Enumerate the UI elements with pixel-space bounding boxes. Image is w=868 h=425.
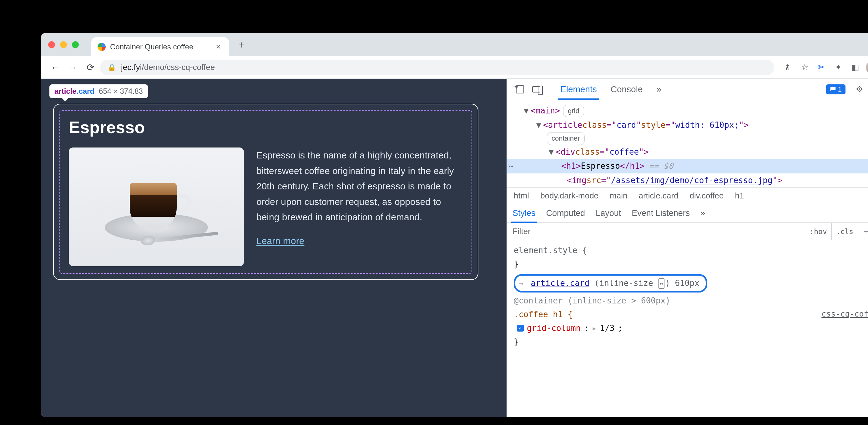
tab-strip: Container Queries coffee ✕ ＋ ⌄ (41, 33, 868, 56)
scissors-icon[interactable]: ✂ (814, 60, 829, 75)
browser-window: Container Queries coffee ✕ ＋ ⌄ ← → ⟳ 🔒 j… (41, 33, 868, 417)
cls-toggle[interactable]: .cls (831, 223, 858, 240)
browser-tab[interactable]: Container Queries coffee ✕ (91, 37, 229, 57)
selected-dom-node[interactable]: ⋯ <h1>Espresso</h1> == $0 (507, 159, 868, 173)
styles-filter-input[interactable] (507, 227, 805, 236)
learn-more-link[interactable]: Learn more (256, 236, 304, 246)
settings-icon[interactable]: ⚙ (852, 83, 866, 96)
styles-subtabs: Styles Computed Layout Event Listeners » (507, 204, 868, 223)
rendered-page: article.card 654 × 374.83 Espresso Espre… (41, 79, 506, 417)
tab-more[interactable]: » (651, 79, 667, 100)
dom-breadcrumb[interactable]: html body.dark-mode main article.card di… (507, 188, 868, 204)
tooltip-dimensions: 654 × 374.83 (99, 87, 143, 96)
address-bar[interactable]: 🔒 jec.fyi/demo/css-cq-coffee (100, 60, 774, 75)
coffee-card: Espresso Espresso is the name of a highl… (53, 104, 478, 280)
subtab-event-listeners[interactable]: Event Listeners (631, 204, 690, 223)
card-heading: Espresso (69, 118, 463, 137)
hov-toggle[interactable]: :hov (805, 223, 831, 240)
window-minimize-button[interactable] (60, 41, 67, 48)
subtab-styles[interactable]: Styles (513, 204, 536, 223)
dom-tree[interactable]: ▼<main>grid ▼<article class="card" style… (507, 100, 868, 188)
url-path: /demo/css-cq-coffee (142, 63, 215, 72)
window-close-button[interactable] (48, 41, 55, 48)
window-controls (48, 41, 79, 48)
property-enabled-checkbox[interactable]: ✓ (517, 325, 524, 332)
forward-button[interactable]: → (65, 60, 81, 75)
devtools-panel: Elements Console » 1 ⚙ ⋮ ✕ ▼<main>grid ▼… (506, 79, 868, 417)
browser-toolbar: ← → ⟳ 🔒 jec.fyi/demo/css-cq-coffee ☆ ✂ ✦… (41, 56, 868, 79)
share-icon[interactable] (780, 60, 796, 75)
devtools-toolbar: Elements Console » 1 ⚙ ⋮ ✕ (507, 79, 868, 100)
back-button[interactable]: ← (48, 60, 63, 75)
card-description: Espresso is the name of a highly concent… (256, 148, 463, 225)
subtab-computed[interactable]: Computed (546, 204, 585, 223)
window-maximize-button[interactable] (72, 41, 79, 48)
new-tab-button[interactable]: ＋ (235, 37, 249, 52)
reload-button[interactable]: ⟳ (83, 60, 98, 75)
new-style-rule-button[interactable]: ＋ (858, 223, 868, 240)
lock-icon: 🔒 (107, 63, 116, 71)
profile-avatar[interactable] (864, 60, 868, 75)
coffee-image (69, 148, 244, 266)
element-inspect-tooltip: article.card 654 × 374.83 (50, 85, 148, 98)
extensions-icon[interactable]: ✦ (831, 60, 846, 75)
favicon-icon (98, 43, 106, 51)
styles-filter-row: :hov .cls ＋ 🖌 ◫ (507, 223, 868, 240)
tab-elements[interactable]: Elements (555, 79, 602, 100)
subtab-layout[interactable]: Layout (596, 204, 621, 223)
close-tab-button[interactable]: ✕ (215, 44, 221, 50)
source-link[interactable]: css-cq-coffee:45 (822, 307, 868, 321)
sidepanel-icon[interactable]: ◧ (847, 60, 863, 75)
tab-title: Container Queries coffee (110, 42, 193, 51)
toolbar-actions: ☆ ✂ ✦ ◧ ⋮ (780, 60, 868, 75)
subtab-more[interactable]: » (701, 204, 705, 223)
inspect-element-button[interactable] (513, 83, 527, 96)
container-query-pill[interactable]: → article.card (inline-size ↔) 610px (514, 274, 707, 292)
device-toolbar-button[interactable] (529, 83, 543, 96)
issues-badge[interactable]: 1 (826, 85, 845, 94)
url-domain: jec.fyi (121, 63, 142, 72)
tab-console[interactable]: Console (605, 79, 649, 100)
bookmark-icon[interactable]: ☆ (797, 60, 812, 75)
style-rules[interactable]: element.style { } → article.card (inline… (507, 240, 868, 359)
